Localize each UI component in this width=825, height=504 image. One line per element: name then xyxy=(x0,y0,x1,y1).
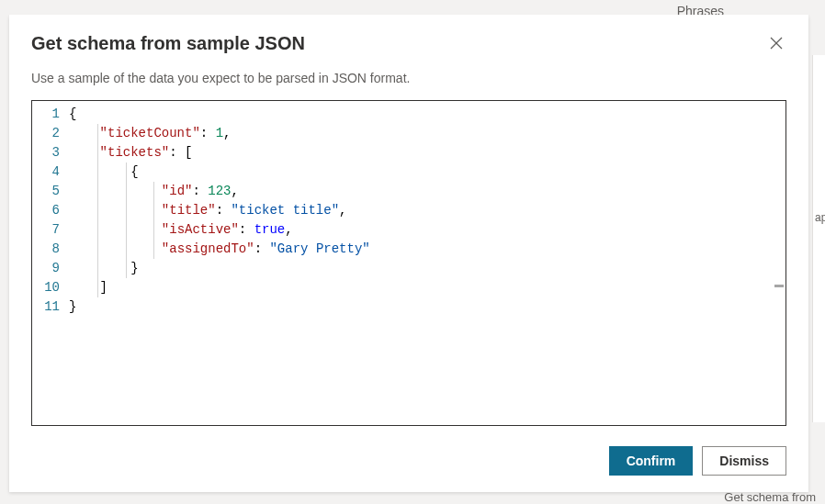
dismiss-button[interactable]: Dismiss xyxy=(702,446,786,476)
line-number: 11 xyxy=(32,297,60,317)
line-number: 6 xyxy=(32,201,60,220)
code-line: "isActive": true, xyxy=(69,220,785,240)
line-number: 9 xyxy=(32,259,60,278)
line-number: 5 xyxy=(32,182,60,201)
code-line: "title": "ticket title", xyxy=(69,201,785,220)
close-button[interactable] xyxy=(766,33,786,53)
line-number: 10 xyxy=(32,278,60,297)
code-line: "ticketCount": 1, xyxy=(69,124,785,143)
code-line: "assignedTo": "Gary Pretty" xyxy=(69,240,785,259)
line-number: 7 xyxy=(32,220,60,240)
json-editor[interactable]: 1234567891011 { "ticketCount": 1, "ticke… xyxy=(31,100,786,426)
close-icon xyxy=(770,39,783,52)
editor-line-gutter: 1234567891011 xyxy=(32,101,69,425)
line-number: 1 xyxy=(32,105,60,124)
line-number: 3 xyxy=(32,143,60,162)
line-number: 4 xyxy=(32,162,60,182)
code-line: } xyxy=(69,297,785,317)
line-number: 2 xyxy=(32,124,60,143)
code-line: ] xyxy=(69,278,785,297)
editor-scroll-marker xyxy=(774,285,784,287)
background-right-panel: ap xyxy=(812,55,825,422)
line-number: 8 xyxy=(32,240,60,259)
code-line: "tickets": [ xyxy=(69,143,785,162)
background-snippet: ap xyxy=(815,211,825,224)
modal-title: Get schema from sample JSON xyxy=(31,33,305,54)
editor-code-area[interactable]: { "ticketCount": 1, "tickets": [ { "id":… xyxy=(69,105,785,317)
code-line: { xyxy=(69,105,785,124)
modal-subtitle: Use a sample of the data you expect to b… xyxy=(31,71,786,85)
code-line: { xyxy=(69,162,785,182)
confirm-button[interactable]: Confirm xyxy=(609,446,694,476)
code-line: "id": 123, xyxy=(69,182,785,201)
modal-header: Get schema from sample JSON xyxy=(31,33,786,54)
background-getschema-link: Get schema from xyxy=(724,490,816,504)
modal-footer: Confirm Dismiss xyxy=(31,446,786,476)
code-line: } xyxy=(69,259,785,278)
schema-sample-modal: Get schema from sample JSON Use a sample… xyxy=(9,15,808,492)
